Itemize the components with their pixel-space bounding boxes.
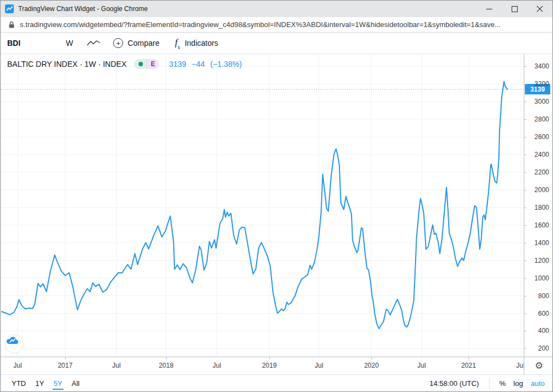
price-tick-label: 600 [538,310,549,317]
price-tick-mark [524,155,527,155]
price-tick-label: 200 [538,345,549,352]
status-dot-badge [134,59,147,69]
legend-badges: E [134,59,159,69]
address-bar[interactable]: s.tradingview.com/widgetembed/?frameElem… [1,17,552,33]
plus-circle-icon: + [113,38,123,48]
gear-icon[interactable]: ⚙ [535,361,543,370]
price-tick-mark [524,261,527,261]
time-axis[interactable]: Jul2017Jul2018Jul2019Jul2020Jul2021Jul [1,357,524,374]
price-tick-label: 1000 [534,274,549,282]
price-tick-label: 2400 [534,151,549,158]
price-tick-mark [524,314,527,314]
price-tick-mark [524,84,527,84]
symbol-button[interactable]: BDI [7,39,20,47]
price-tick-mark [524,190,527,190]
legend-quote: 3139 −44 (−1.38%) [169,60,245,68]
time-tick-label: Jul [212,362,221,369]
price-tick-label: 2200 [534,168,549,176]
indicators-label: Indicators [185,39,219,47]
price-tick-mark [524,137,527,137]
range-ytd-button[interactable]: YTD [10,377,27,390]
last-price: 3139 [169,60,186,68]
date-range-switcher: YTD 1Y 5Y All [10,377,81,390]
indicators-button[interactable]: fx Indicators [175,37,218,49]
axis-settings-corner: ⚙ [524,357,553,374]
time-tick-label: Jul [417,362,426,369]
legend-title: BALTIC DRY INDEX · 1W · INDEX [7,60,126,68]
time-tick-label: 2021 [461,362,476,369]
time-tick-label: 2018 [159,362,174,369]
window-titlebar: TradingView Chart Widget - Google Chrome [1,1,552,17]
url-text: s.tradingview.com/widgetembed/?frameElem… [20,20,501,29]
maximize-button[interactable] [502,1,527,17]
price-tick-label: 1200 [534,257,549,264]
time-tick-label: Jul [13,362,22,369]
time-tick-mark [269,357,270,359]
time-tick-mark [371,357,372,359]
clock: 14:58:00 (UTC) [429,379,479,388]
price-tick-mark [524,243,527,243]
fx-icon: fx [175,37,180,49]
price-tick-mark [524,348,527,349]
minimize-button[interactable] [476,1,502,17]
price-tick-label: 2800 [534,115,549,123]
price-tick-mark [524,172,527,173]
footer-right-controls: 14:58:00 (UTC) % log auto [429,378,545,389]
line-chart-icon [86,39,101,47]
window-controls [476,1,552,17]
price-tick-label: 3400 [534,62,549,70]
price-tick-mark [524,119,527,120]
price-tick-label: 1400 [534,239,549,247]
range-all-button[interactable]: All [71,377,81,390]
log-scale-button[interactable]: log [513,379,523,388]
auto-scale-button[interactable]: auto [531,379,545,388]
minimize-icon [486,6,492,12]
price-tick-label: 800 [538,292,549,300]
maximize-icon [512,6,518,12]
tradingview-logo-button[interactable] [5,335,24,353]
window-title: TradingView Chart Widget - Google Chrome [18,5,148,13]
chart-toolbar: BDI W + Compare fx Indicators [1,33,552,54]
close-icon [536,6,543,12]
range-5y-button[interactable]: 5Y [52,377,63,390]
price-tick-mark [524,296,527,296]
chart-style-button[interactable] [86,39,101,47]
tradingview-cloud-icon [6,335,19,345]
chart-legend: BALTIC DRY INDEX · 1W · INDEX E 3139 −44… [7,59,245,69]
time-tick-label: Jul [315,362,323,369]
exchange-badge: E [147,59,159,69]
browser-window: TradingView Chart Widget - Google Chrome… [0,0,553,392]
percent-scale-button[interactable]: % [499,379,506,388]
price-tick-label: 3000 [534,98,549,105]
price-tick-mark [524,278,527,279]
time-tick-mark [166,357,167,359]
close-button[interactable] [527,1,552,17]
price-axis[interactable]: 3139 34003200300028002600240022002000180… [524,54,553,357]
time-tick-mark [469,357,469,359]
chart-pane[interactable]: BALTIC DRY INDEX · 1W · INDEX E 3139 −44… [1,54,524,357]
price-tick-mark [524,102,527,102]
time-tick-label: 2019 [262,362,277,369]
price-change: −44 [192,60,205,68]
range-1y-button[interactable]: 1Y [34,377,45,390]
time-tick-label: 2017 [58,362,73,369]
price-line-chart [1,54,524,357]
price-tick-label: 1600 [534,221,549,229]
market-status-dot-icon [139,62,143,66]
time-tick-label: 2020 [364,362,379,369]
footer-divider [489,378,490,389]
tradingview-favicon [5,4,14,13]
price-tick-label: 2000 [534,186,549,194]
price-tick-label: 3200 [534,80,549,88]
interval-button[interactable]: W [66,39,73,47]
compare-label: Compare [127,39,159,47]
time-tick-mark [65,357,66,359]
footer-toolbar: YTD 1Y 5Y All 14:58:00 (UTC) % log auto [1,374,552,392]
price-tick-mark [524,66,527,67]
compare-button[interactable]: + Compare [113,38,159,48]
price-tick-label: 400 [538,327,549,335]
time-tick-label: Jul [112,362,120,369]
price-tick-mark [524,208,527,208]
price-series-line [2,82,507,329]
price-tick-mark [524,225,527,226]
